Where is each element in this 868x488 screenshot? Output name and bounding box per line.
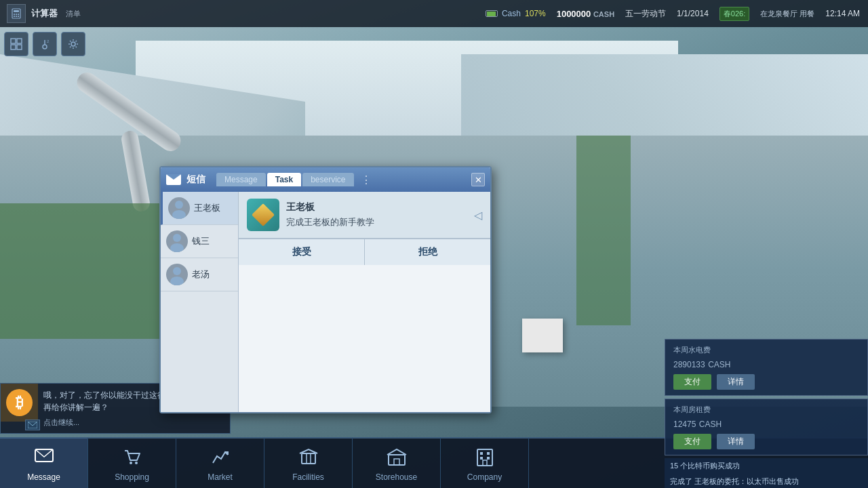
svg-point-17 xyxy=(172,210,186,219)
nav-market[interactable]: Market xyxy=(176,438,264,488)
nav-storehouse-label: Storehouse xyxy=(376,472,417,482)
msg-actions: 接受 拒绝 xyxy=(239,239,490,265)
svg-point-18 xyxy=(173,234,181,242)
svg-rect-4 xyxy=(18,14,19,15)
tab-task[interactable]: Task xyxy=(267,173,301,186)
dialog-close-btn[interactable]: ✕ xyxy=(471,173,485,186)
chat-mail-icon xyxy=(25,420,40,430)
svg-point-16 xyxy=(175,201,183,209)
tab-service[interactable]: beservice xyxy=(302,173,353,186)
battery-icon xyxy=(486,10,498,17)
nav-company-label: Company xyxy=(467,472,502,482)
side-info-2: 完成了 王老板的委托：以太币出售成功 xyxy=(665,474,868,488)
calculator-icon[interactable] xyxy=(7,4,26,23)
svg-point-24 xyxy=(130,462,132,464)
contact-list: 王老板 钱三 老汤 xyxy=(161,192,239,412)
dialog-tabs: Message Task beservice xyxy=(216,173,354,186)
side-info-1: 15 个比特币购买成功 xyxy=(665,458,868,474)
dialog-mail-icon xyxy=(166,174,181,185)
bill-amount-1: 2890133 CASH xyxy=(673,358,859,370)
reject-btn[interactable]: 拒绝 xyxy=(365,239,490,265)
svg-rect-33 xyxy=(480,457,483,460)
svg-rect-6 xyxy=(16,16,17,17)
nav-shopping[interactable]: Shopping xyxy=(88,438,176,488)
accept-btn[interactable]: 接受 xyxy=(239,239,365,265)
restaurant-info: 在龙泉餐厅 用餐 xyxy=(760,9,814,19)
contact-avatar-2 xyxy=(166,230,188,252)
nav-storehouse[interactable]: Storehouse xyxy=(353,438,441,488)
msg-body xyxy=(239,265,490,279)
svg-rect-1 xyxy=(14,10,19,12)
svg-rect-34 xyxy=(487,457,490,460)
contact-item-1[interactable]: 王老板 xyxy=(161,192,238,225)
svg-rect-2 xyxy=(14,14,15,15)
svg-point-25 xyxy=(135,462,138,464)
dialog-title: 短信 xyxy=(186,174,205,186)
msg-subject: 完成王老板的新手教学 xyxy=(286,216,467,228)
view-btn[interactable] xyxy=(4,32,28,56)
contact-name-3: 老汤 xyxy=(192,268,210,281)
level-badge: 春026: xyxy=(719,7,749,21)
nav-facilities[interactable]: Facilities xyxy=(264,438,353,488)
msg-title: 王老板 完成王老板的新手教学 xyxy=(286,201,467,228)
chat-avatar: ₿ xyxy=(1,384,38,422)
nav-market-label: Market xyxy=(208,472,233,482)
bill-detail-btn-1[interactable]: 详情 xyxy=(717,374,755,390)
msg-header: 王老板 完成王老板的新手教学 ◁ xyxy=(239,192,490,239)
settings-btn[interactable] xyxy=(61,32,85,56)
bitcoin-icon: ₿ xyxy=(6,389,33,416)
time-label: 12:14 AM xyxy=(825,9,860,18)
bill-detail-btn-2[interactable]: 详情 xyxy=(717,434,755,449)
bill-pay-btn-2[interactable]: 支付 xyxy=(673,434,711,449)
dialog: 短信 Message Task beservice ⋮ ✕ 王老板 xyxy=(159,166,492,413)
bill-card-2: 本周房租费 12475 CASH 支付 详情 xyxy=(665,399,868,455)
tab-message[interactable]: Message xyxy=(216,173,266,186)
nav-message[interactable]: Message xyxy=(0,438,88,488)
cash-percent: 107% xyxy=(525,9,546,18)
expand-icon[interactable]: ◁ xyxy=(474,209,482,222)
msg-sender: 王老板 xyxy=(286,201,467,214)
bill-card-1: 本周水电费 2890133 CASH 支付 详情 xyxy=(665,339,868,396)
contact-item-3[interactable]: 老汤 xyxy=(161,258,238,291)
contact-avatar-1 xyxy=(168,197,190,219)
bill-pay-btn-1[interactable]: 支付 xyxy=(673,374,711,390)
nav-shopping-label: Shopping xyxy=(115,472,149,482)
svg-rect-27 xyxy=(307,453,311,464)
message-content: 王老板 完成王老板的新手教学 ◁ 接受 拒绝 xyxy=(239,192,490,412)
svg-rect-3 xyxy=(16,14,17,15)
svg-rect-11 xyxy=(17,45,22,49)
bill-period-2: 本周房租费 xyxy=(673,405,859,415)
dialog-body: 王老板 钱三 老汤 xyxy=(161,192,490,412)
message-nav-icon xyxy=(32,445,56,470)
company-nav-icon xyxy=(473,445,497,470)
top-bar: 计算器 清单 Cash 107% 1000000 CASH 五一劳动节 1/1/… xyxy=(0,0,868,27)
svg-rect-31 xyxy=(480,452,483,455)
svg-rect-28 xyxy=(389,455,405,465)
tool-bar: 2 xyxy=(0,27,136,61)
date-label: 1/1/2014 xyxy=(677,9,709,18)
svg-rect-30 xyxy=(477,449,492,466)
svg-rect-8 xyxy=(11,39,16,43)
msg-icon xyxy=(247,199,279,231)
bill-panel: 本周水电费 2890133 CASH 支付 详情 本周房租费 12475 CAS… xyxy=(665,339,868,488)
app-subtitle: 清单 xyxy=(66,9,81,19)
svg-rect-10 xyxy=(11,45,16,49)
svg-rect-29 xyxy=(394,459,399,465)
nav-facilities-label: Facilities xyxy=(292,472,324,482)
shopping-nav-icon xyxy=(120,445,144,470)
svg-point-19 xyxy=(170,243,184,252)
diamond-icon xyxy=(252,203,275,226)
svg-rect-5 xyxy=(14,16,15,17)
nav-company[interactable]: Company xyxy=(441,438,529,488)
temp-btn[interactable]: 2 xyxy=(33,32,57,56)
storehouse-nav-icon xyxy=(384,445,409,470)
bill-amount-2: 12475 CASH xyxy=(673,418,859,430)
bill-period-1: 本周水电费 xyxy=(673,345,859,355)
svg-rect-9 xyxy=(17,39,22,43)
contact-name-2: 钱三 xyxy=(192,235,210,247)
holiday-label: 五一劳动节 xyxy=(625,8,666,20)
dialog-more-btn[interactable]: ⋮ xyxy=(359,173,373,186)
svg-text:2: 2 xyxy=(47,39,50,43)
chat-continue[interactable]: 点击继续... xyxy=(43,418,224,428)
contact-item-2[interactable]: 钱三 xyxy=(161,225,238,258)
